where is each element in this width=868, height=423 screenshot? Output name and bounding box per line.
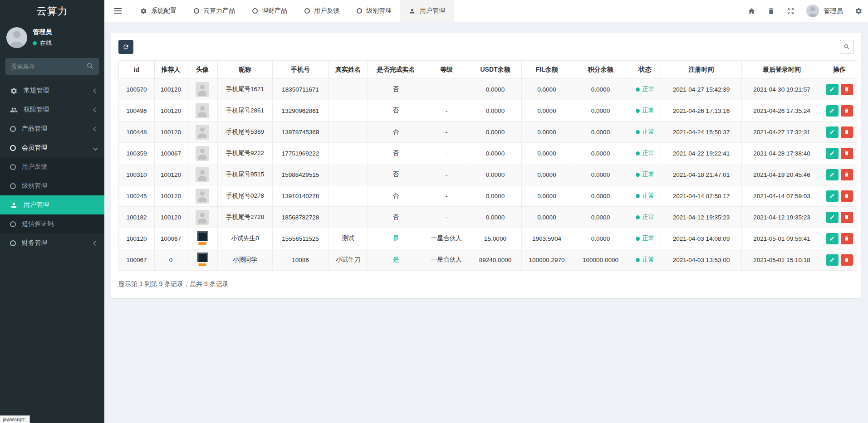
navbar-user[interactable]: 管理员	[806, 5, 843, 17]
status-badge: 正常	[636, 192, 655, 200]
sidebar-item-members[interactable]: 会员管理	[0, 138, 104, 157]
cell-nickname: 小测同学	[218, 249, 273, 271]
top-navbar: 系统配置 云算力产品 理财产品 用户反馈 级别管理 用户管理 管理员	[104, 0, 868, 22]
refresh-button[interactable]	[118, 40, 133, 54]
sidebar-search	[5, 58, 99, 75]
cell-id: 100120	[119, 228, 155, 249]
cell-phone: 15988429515	[273, 164, 329, 185]
tab-finance-products[interactable]: 理财产品	[244, 0, 296, 22]
cell-level: 一星合伙人	[424, 249, 469, 271]
cell-points-balance: 0.0000	[572, 228, 629, 249]
cell-avatar	[187, 164, 218, 185]
sidebar-item-permissions[interactable]: 权限管理	[0, 100, 104, 119]
col-reg-time: 注册时间	[661, 61, 742, 79]
cell-realname	[329, 122, 368, 143]
fullscreen-button[interactable]	[787, 7, 794, 15]
user-avatar	[196, 189, 209, 204]
tab-cloud-power-products[interactable]: 云算力产品	[185, 0, 244, 22]
cell-usdt-balance: 0.0000	[469, 185, 522, 207]
navbar-user-name: 管理员	[824, 7, 843, 15]
delete-button[interactable]	[841, 254, 853, 266]
users-icon	[10, 106, 18, 114]
edit-button[interactable]	[826, 212, 839, 223]
trash-button[interactable]	[767, 7, 775, 15]
tab-label: 理财产品	[262, 7, 287, 15]
cell-verified: 否	[368, 122, 424, 143]
sidebar-item-general[interactable]: 常规管理	[0, 81, 104, 100]
tab-system-config[interactable]: 系统配置	[132, 0, 185, 22]
status-dot-icon	[636, 109, 640, 113]
status-dot-icon	[636, 215, 640, 219]
edit-button[interactable]	[826, 105, 839, 117]
edit-button[interactable]	[826, 169, 839, 180]
cell-points-balance: 0.0000	[572, 100, 629, 122]
user-avatar	[196, 253, 209, 267]
table-row: 100570 100120 手机尾号1671 18350711671 否 - 0…	[119, 79, 857, 100]
edit-button[interactable]	[826, 126, 839, 138]
sidebar-submenu-members: 用户反馈 级别管理 用户管理 短信验证码	[0, 157, 104, 233]
cell-actions	[822, 164, 857, 185]
sidebar-item-user-management[interactable]: 用户管理	[0, 195, 104, 214]
sidebar-item-finance[interactable]: 财务管理	[0, 233, 104, 253]
circle-icon	[357, 8, 362, 14]
col-status: 状态	[629, 61, 661, 79]
table-row: 100496 100120 手机尾号2861 13290962861 否 - 0…	[119, 100, 857, 122]
tab-user-management[interactable]: 用户管理	[400, 0, 454, 22]
delete-button[interactable]	[841, 212, 853, 223]
delete-button[interactable]	[841, 148, 853, 159]
user-avatar	[196, 210, 209, 225]
cell-points-balance: 0.0000	[572, 207, 629, 228]
delete-button[interactable]	[841, 126, 853, 138]
settings-button[interactable]	[855, 7, 863, 15]
cell-realname: 小试牛刀	[329, 249, 368, 271]
status-dot-icon	[636, 194, 640, 198]
edit-button[interactable]	[826, 148, 839, 159]
sidebar-toggle-button[interactable]	[104, 0, 132, 22]
menu-search-input[interactable]	[5, 58, 99, 75]
edit-button[interactable]	[826, 190, 839, 202]
cell-last-login-time: 2021-04-14 07:59:03	[742, 185, 822, 207]
cell-realname: 测试	[329, 228, 368, 249]
refresh-icon	[123, 44, 129, 50]
table-row: 100448 100120 手机尾号5369 13978745369 否 - 0…	[119, 122, 857, 143]
delete-button[interactable]	[841, 233, 853, 244]
home-button[interactable]	[748, 7, 755, 15]
user-avatar	[196, 231, 209, 246]
brand-title: 云算力	[0, 0, 104, 23]
table-search-button[interactable]	[840, 40, 854, 54]
sidebar-item-sms-code[interactable]: 短信验证码	[0, 214, 104, 233]
cell-id: 100448	[119, 122, 155, 143]
gears-icon	[10, 87, 18, 95]
chevron-left-icon	[93, 107, 98, 112]
circle-icon	[10, 183, 16, 189]
status-dot-icon	[636, 130, 640, 134]
delete-button[interactable]	[841, 169, 853, 180]
circle-icon	[10, 164, 16, 170]
edit-button[interactable]	[826, 233, 839, 244]
tab-user-feedback[interactable]: 用户反馈	[296, 0, 348, 22]
status-badge: 正常	[636, 128, 655, 136]
cell-status: 正常	[629, 207, 661, 228]
trash-icon	[844, 214, 849, 220]
cell-avatar	[187, 249, 218, 271]
edit-button[interactable]	[826, 254, 839, 266]
sidebar-item-products[interactable]: 产品管理	[0, 119, 104, 138]
cell-usdt-balance: 0.0000	[469, 207, 522, 228]
delete-button[interactable]	[841, 105, 853, 117]
delete-button[interactable]	[841, 84, 853, 95]
tab-label: 用户反馈	[314, 7, 339, 15]
sidebar-item-user-feedback[interactable]: 用户反馈	[0, 157, 104, 176]
tab-level-management[interactable]: 级别管理	[348, 0, 400, 22]
pencil-icon	[829, 129, 835, 135]
sidebar-item-level-management[interactable]: 级别管理	[0, 176, 104, 195]
cell-phone: 10086	[273, 249, 329, 271]
col-nickname: 昵称	[218, 61, 273, 79]
status-label: 正常	[642, 128, 655, 136]
cell-reg-time: 2021-04-12 19:35:23	[661, 207, 742, 228]
cell-id: 100182	[119, 207, 155, 228]
delete-button[interactable]	[841, 190, 853, 202]
cell-referrer: 100067	[155, 143, 187, 164]
edit-button[interactable]	[826, 84, 839, 95]
cell-verified: 是	[368, 228, 424, 249]
circle-icon	[10, 126, 16, 132]
